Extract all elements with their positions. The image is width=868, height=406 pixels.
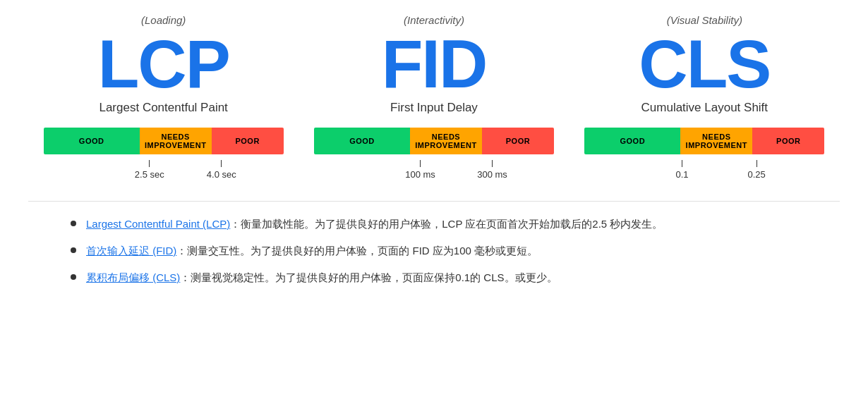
fid-tick1: 100 ms bbox=[405, 160, 435, 180]
bullet-lcp: Largest Contentful Paint (LCP)：衡量加载性能。为了… bbox=[71, 216, 797, 233]
lcp-tick1: 2.5 sec bbox=[135, 160, 164, 180]
lcp-name: Largest Contentful Paint bbox=[99, 101, 227, 115]
cls-bar-poor: POOR bbox=[752, 128, 824, 154]
fid-link[interactable]: 首次输入延迟 (FID) bbox=[86, 245, 176, 257]
bullet-text-fid: 首次输入延迟 (FID)：测量交互性。为了提供良好的用户体验，页面的 FID 应… bbox=[86, 242, 538, 259]
cls-bar-needs: NEEDSIMPROVEMENT bbox=[680, 128, 752, 154]
cls-bar: GOOD NEEDSIMPROVEMENT POOR bbox=[584, 128, 824, 154]
lcp-tick2-label: 4.0 sec bbox=[207, 169, 236, 180]
lcp-acronym: LCP bbox=[98, 30, 229, 98]
fid-desc: ：测量交互性。为了提供良好的用户体验，页面的 FID 应为100 毫秒或更短。 bbox=[176, 245, 538, 257]
bullet-dot-lcp bbox=[71, 221, 76, 226]
lcp-bar: GOOD NEEDSIMPROVEMENT POOR bbox=[44, 128, 284, 154]
cls-link[interactable]: 累积布局偏移 (CLS) bbox=[86, 271, 180, 283]
metrics-row: (Loading) LCP Largest Contentful Paint G… bbox=[28, 14, 840, 180]
cls-scale: GOOD NEEDSIMPROVEMENT POOR 0.1 0.25 bbox=[584, 128, 824, 180]
fid-acronym: FID bbox=[382, 30, 487, 98]
lcp-scale: GOOD NEEDSIMPROVEMENT POOR 2.5 sec 4.0 s… bbox=[44, 128, 284, 180]
cls-tick2-line bbox=[757, 160, 757, 167]
lcp-tick1-line bbox=[149, 160, 150, 167]
fid-bar-good: GOOD bbox=[314, 128, 410, 154]
fid-tick1-label: 100 ms bbox=[405, 169, 435, 180]
bullets-section: Largest Contentful Paint (LCP)：衡量加载性能。为了… bbox=[28, 216, 840, 286]
lcp-bar-good: GOOD bbox=[44, 128, 140, 154]
cls-tick1-line bbox=[682, 160, 682, 167]
cls-tick2: 0.25 bbox=[748, 160, 766, 180]
lcp-category: (Loading) bbox=[141, 14, 186, 26]
bullet-dot-fid bbox=[71, 247, 76, 253]
fid-ticks: 100 ms 300 ms bbox=[314, 160, 554, 180]
lcp-desc: ：衡量加载性能。为了提供良好的用户体验，LCP 应在页面首次开始加载后的2.5 … bbox=[230, 218, 663, 230]
lcp-link[interactable]: Largest Contentful Paint (LCP) bbox=[86, 218, 230, 230]
lcp-bar-needs: NEEDSIMPROVEMENT bbox=[140, 128, 212, 154]
lcp-tick1-label: 2.5 sec bbox=[135, 169, 164, 180]
fid-scale: GOOD NEEDSIMPROVEMENT POOR 100 ms 300 ms bbox=[314, 128, 554, 180]
bullet-text-lcp: Largest Contentful Paint (LCP)：衡量加载性能。为了… bbox=[86, 216, 663, 233]
bullet-dot-cls bbox=[71, 274, 76, 280]
fid-tick2-label: 300 ms bbox=[477, 169, 507, 180]
fid-tick2-line bbox=[492, 160, 493, 167]
fid-tick2: 300 ms bbox=[477, 160, 507, 180]
fid-bar-needs: NEEDSIMPROVEMENT bbox=[410, 128, 482, 154]
fid-bar-poor: POOR bbox=[482, 128, 554, 154]
cls-name: Cumulative Layout Shift bbox=[641, 101, 768, 115]
fid-name: First Input Delay bbox=[390, 101, 478, 115]
cls-block: (Visual Stability) CLS Cumulative Layout… bbox=[584, 14, 824, 180]
lcp-bar-poor: POOR bbox=[212, 128, 284, 154]
fid-bar: GOOD NEEDSIMPROVEMENT POOR bbox=[314, 128, 554, 154]
lcp-block: (Loading) LCP Largest Contentful Paint G… bbox=[44, 14, 284, 180]
fid-category: (Interactivity) bbox=[404, 14, 464, 26]
cls-ticks: 0.1 0.25 bbox=[584, 160, 824, 180]
cls-tick2-label: 0.25 bbox=[748, 169, 766, 180]
cls-bar-good: GOOD bbox=[584, 128, 680, 154]
cls-tick1: 0.1 bbox=[676, 160, 689, 180]
lcp-tick2: 4.0 sec bbox=[207, 160, 236, 180]
cls-tick1-label: 0.1 bbox=[676, 169, 689, 180]
cls-desc: ：测量视觉稳定性。为了提供良好的用户体验，页面应保持0.1的 CLS。或更少。 bbox=[180, 271, 557, 283]
bullet-text-cls: 累积布局偏移 (CLS)：测量视觉稳定性。为了提供良好的用户体验，页面应保持0.… bbox=[86, 269, 557, 286]
bullet-cls: 累积布局偏移 (CLS)：测量视觉稳定性。为了提供良好的用户体验，页面应保持0.… bbox=[71, 269, 797, 286]
fid-block: (Interactivity) FID First Input Delay GO… bbox=[314, 14, 554, 180]
lcp-tick2-line bbox=[221, 160, 222, 167]
fid-tick1-line bbox=[420, 160, 421, 167]
lcp-ticks: 2.5 sec 4.0 sec bbox=[44, 160, 284, 180]
cls-category: (Visual Stability) bbox=[667, 14, 742, 26]
section-divider bbox=[28, 201, 840, 202]
cls-acronym: CLS bbox=[639, 30, 770, 98]
bullet-fid: 首次输入延迟 (FID)：测量交互性。为了提供良好的用户体验，页面的 FID 应… bbox=[71, 242, 797, 259]
